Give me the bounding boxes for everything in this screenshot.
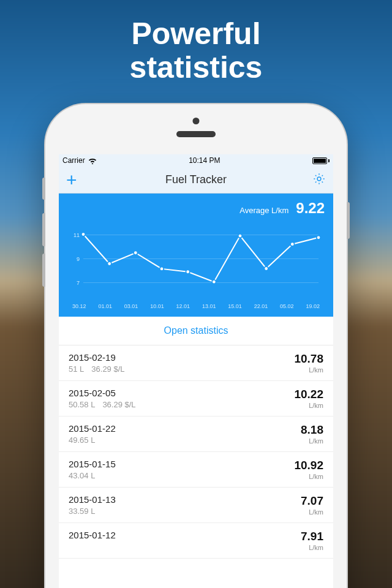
chart-x-tick: 22.01 bbox=[254, 303, 268, 309]
page-title: Fuel Tracker bbox=[85, 173, 307, 186]
entry-date: 2015-02-19 bbox=[69, 352, 132, 363]
entry-date: 2015-01-12 bbox=[69, 530, 116, 540]
open-statistics-label: Open statistics bbox=[164, 325, 228, 336]
svg-point-15 bbox=[290, 243, 294, 246]
svg-point-11 bbox=[186, 270, 189, 274]
svg-point-8 bbox=[107, 262, 111, 265]
list-item[interactable]: 2015-02-0550.58 L36.29 $/L10.22L/km bbox=[59, 381, 333, 417]
chart-panel: Average L/km 9.22 7911 30.1201.0103.0110… bbox=[59, 194, 333, 317]
svg-point-9 bbox=[134, 251, 137, 255]
entry-date: 2015-01-22 bbox=[69, 423, 116, 434]
svg-text:9: 9 bbox=[77, 256, 80, 262]
average-label: Average L/km bbox=[239, 206, 288, 215]
svg-point-0 bbox=[317, 177, 321, 181]
wifi-icon bbox=[88, 157, 97, 164]
plus-icon: + bbox=[66, 170, 77, 190]
entry-unit: L/km bbox=[301, 544, 323, 551]
hero-line-2: statistics bbox=[0, 51, 392, 85]
chart-x-tick: 03.01 bbox=[124, 303, 138, 309]
battery-icon bbox=[312, 157, 330, 164]
entry-unit: L/km bbox=[294, 473, 323, 480]
clock-label: 10:14 PM bbox=[189, 156, 220, 165]
entry-subtitle: 49.65 L bbox=[69, 435, 116, 445]
list-item[interactable]: 2015-02-1951 L36.29 $/L10.78L/km bbox=[59, 345, 333, 381]
chart-x-tick: 15.01 bbox=[228, 303, 242, 309]
entry-value: 10.92 bbox=[294, 459, 323, 472]
chart-x-tick: 10.01 bbox=[150, 303, 164, 309]
entry-value: 7.07 bbox=[301, 494, 323, 508]
chart-x-tick: 01.01 bbox=[98, 303, 112, 309]
phone-power-button bbox=[347, 202, 350, 239]
svg-point-7 bbox=[81, 232, 85, 236]
chart-x-tick: 05.02 bbox=[280, 303, 294, 309]
navbar: + Fuel Tracker bbox=[59, 167, 333, 194]
list-item[interactable]: 2015-01-2249.65 L8.18L/km bbox=[59, 417, 333, 452]
entry-unit: L/km bbox=[294, 366, 323, 374]
average-value: 9.22 bbox=[296, 200, 325, 217]
list-item[interactable]: 2015-01-1333.59 L7.07L/km bbox=[59, 488, 333, 523]
entry-date: 2015-01-13 bbox=[69, 494, 116, 505]
svg-text:11: 11 bbox=[74, 232, 80, 238]
entries-list[interactable]: 2015-02-1951 L36.29 $/L10.78L/km2015-02-… bbox=[59, 345, 333, 559]
chart-x-tick: 12.01 bbox=[176, 303, 190, 309]
add-button[interactable]: + bbox=[66, 171, 85, 189]
hero-line-1: Powerful bbox=[0, 17, 392, 51]
entry-unit: L/km bbox=[301, 437, 323, 445]
phone-frame: Carrier 10:14 PM + Fuel Tracker bbox=[45, 104, 347, 588]
entry-subtitle: 50.58 L36.29 $/L bbox=[69, 400, 143, 409]
phone-side-button bbox=[42, 178, 45, 200]
entry-subtitle: 43.04 L bbox=[69, 471, 116, 480]
chart-x-tick: 13.01 bbox=[202, 303, 216, 309]
statusbar: Carrier 10:14 PM bbox=[59, 154, 333, 167]
list-item[interactable]: 2015-01-1543.04 L10.92L/km bbox=[59, 452, 333, 488]
settings-button[interactable] bbox=[307, 172, 326, 188]
svg-point-13 bbox=[238, 234, 242, 238]
svg-point-16 bbox=[317, 236, 320, 239]
entry-value: 10.22 bbox=[294, 388, 323, 401]
chart-x-tick: 30.12 bbox=[72, 303, 86, 309]
entry-unit: L/km bbox=[294, 402, 323, 409]
entry-subtitle: 51 L36.29 $/L bbox=[69, 364, 132, 374]
chart-x-labels: 30.1201.0103.0110.0112.0113.0115.0122.01… bbox=[67, 303, 325, 309]
chart-x-tick: 19.02 bbox=[306, 303, 320, 309]
list-item[interactable]: 2015-01-127.91L/km bbox=[59, 523, 333, 559]
hero-title: Powerful statistics bbox=[0, 0, 392, 85]
entry-value: 8.18 bbox=[301, 423, 323, 437]
phone-earpiece bbox=[176, 131, 216, 137]
entry-date: 2015-01-15 bbox=[69, 459, 116, 469]
svg-text:7: 7 bbox=[77, 280, 80, 286]
line-chart: 7911 bbox=[67, 221, 325, 297]
carrier-label: Carrier bbox=[62, 156, 85, 165]
phone-screen: Carrier 10:14 PM + Fuel Tracker bbox=[59, 154, 333, 588]
phone-camera bbox=[193, 118, 200, 124]
entry-subtitle: 33.59 L bbox=[69, 507, 116, 516]
entry-unit: L/km bbox=[301, 508, 323, 516]
phone-side-button bbox=[42, 213, 45, 246]
open-statistics-button[interactable]: Open statistics bbox=[59, 317, 333, 345]
svg-point-12 bbox=[212, 280, 216, 284]
svg-point-14 bbox=[264, 266, 268, 270]
entry-value: 7.91 bbox=[301, 530, 323, 543]
svg-point-10 bbox=[160, 267, 164, 271]
entry-value: 10.78 bbox=[294, 352, 323, 366]
entry-date: 2015-02-05 bbox=[69, 388, 143, 398]
phone-side-button bbox=[42, 254, 45, 287]
gear-icon bbox=[312, 177, 326, 187]
